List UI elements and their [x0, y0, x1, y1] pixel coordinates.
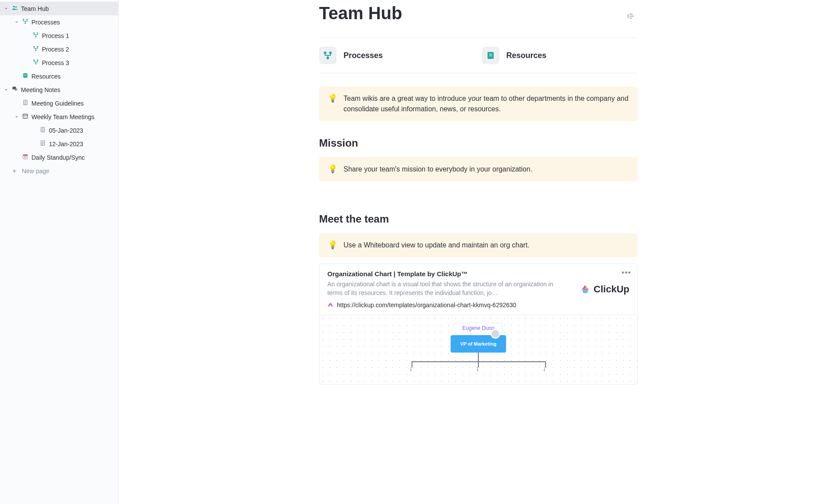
toc-button[interactable]	[625, 10, 638, 24]
new-page-label: New page	[22, 168, 49, 175]
link-card-menu[interactable]: •••	[622, 268, 631, 278]
chevron-down-icon	[14, 114, 19, 120]
sidebar-item-label: Daily Standup/Sync	[31, 154, 115, 161]
clickup-mark-icon	[580, 284, 591, 295]
workflow-icon	[22, 18, 29, 26]
book-icon	[485, 50, 496, 61]
people-icon	[11, 4, 18, 13]
chat-icon	[11, 86, 18, 94]
book-icon	[22, 72, 29, 80]
sidebar-item-processes[interactable]: Processes	[0, 15, 118, 29]
arrow-down-icon: ↓	[409, 365, 412, 373]
card-title: Processes	[343, 51, 383, 60]
card-processes[interactable]: Processes	[319, 47, 475, 64]
sidebar-item-label: Process 1	[42, 32, 115, 39]
callout-orgchart: 💡 Use a Whiteboard view to update and ma…	[319, 233, 638, 257]
doc-icon	[22, 99, 29, 107]
workflow-icon	[32, 58, 39, 67]
sidebar-item-label: Process 2	[42, 46, 115, 53]
plus-icon	[11, 168, 17, 174]
sidebar-item-label: Meeting Guidelines	[31, 100, 115, 107]
sidebar-item-meeting-notes[interactable]: Meeting Notes	[0, 83, 118, 96]
heading-mission: Mission	[319, 137, 638, 149]
svg-rect-48	[488, 52, 494, 59]
callout-mission: 💡 Share your team's mission to everybody…	[319, 157, 638, 182]
whiteboard-preview[interactable]: Eugene Dunn VP of Marketing ↓ ↓ ↓	[319, 315, 638, 385]
svg-point-13	[35, 63, 36, 64]
sidebar: Team HubProcessesProcess 1Process 2Proce…	[0, 0, 119, 504]
doc-icon	[39, 140, 46, 148]
svg-point-6	[37, 32, 38, 34]
svg-point-12	[37, 59, 38, 61]
link-card-org-chart[interactable]: Organizational Chart | Template by Click…	[319, 264, 638, 315]
callout-text: Share your team's mission to everybody i…	[343, 164, 532, 175]
svg-point-10	[35, 49, 36, 51]
svg-point-46	[329, 51, 332, 54]
workflow-icon	[32, 31, 39, 40]
bulb-icon: 💡	[328, 164, 337, 175]
org-connector	[478, 353, 479, 361]
sidebar-item-label: Weekly Team Meetings	[31, 113, 115, 120]
sidebar-item-label: Meeting Notes	[21, 86, 115, 93]
calendar-day-icon: 17	[22, 153, 29, 161]
svg-point-26	[24, 117, 24, 118]
sidebar-item-resources[interactable]: Resources	[0, 69, 118, 83]
link-card-title: Organizational Chart | Template by Click…	[327, 270, 569, 278]
svg-rect-14	[23, 73, 27, 78]
svg-point-0	[13, 6, 15, 7]
toc-icon	[627, 12, 635, 20]
callout-text: Team wikis are a great way to introduce …	[343, 93, 629, 114]
card-resources[interactable]: Resources	[482, 47, 638, 64]
cards-row: Processes Resources	[319, 38, 638, 73]
chevron-down-icon	[3, 87, 9, 93]
sidebar-item-meeting-guidelines[interactable]: Meeting Guidelines	[0, 96, 118, 110]
svg-point-24	[25, 116, 25, 117]
page-title: Team Hub	[319, 3, 402, 23]
svg-point-5	[33, 32, 34, 34]
svg-text:17: 17	[24, 156, 27, 158]
card-title: Resources	[506, 51, 546, 60]
sidebar-item-label: 05-Jan-2023	[49, 127, 115, 134]
svg-point-4	[24, 22, 26, 24]
sidebar-item-05-jan-2023[interactable]: 05-Jan-2023	[0, 123, 118, 137]
svg-point-8	[33, 46, 34, 47]
card-icon-box	[482, 47, 499, 64]
link-card-url: https://clickup.com/templates/organizati…	[337, 302, 516, 309]
svg-rect-37	[23, 154, 28, 156]
clickup-brand: ClickUp	[594, 284, 629, 295]
sidebar-item-label: Team Hub	[21, 5, 115, 12]
svg-point-11	[33, 59, 34, 61]
workflow-icon	[323, 50, 333, 61]
callout-text: Use a Whiteboard view to update and main…	[343, 240, 529, 250]
callout-intro: 💡 Team wikis are a great way to introduc…	[319, 86, 638, 121]
doc-icon	[39, 126, 46, 134]
svg-point-45	[324, 51, 326, 54]
arrow-down-icon: ↓	[476, 365, 479, 373]
sidebar-item-12-jan-2023[interactable]: 12-Jan-2023	[0, 137, 118, 151]
svg-point-9	[37, 46, 38, 47]
svg-point-2	[23, 19, 24, 20]
new-page-button[interactable]: New page	[0, 164, 118, 178]
link-card-desc: An organizational chart is a visual tool…	[327, 280, 569, 297]
sidebar-item-team-hub[interactable]: Team Hub	[0, 2, 118, 15]
svg-point-23	[24, 116, 24, 117]
svg-point-25	[26, 116, 27, 117]
chevron-down-icon	[14, 20, 19, 25]
svg-point-47	[326, 57, 329, 59]
calendar-grid-icon	[22, 113, 29, 121]
sidebar-item-label: Processes	[31, 19, 115, 26]
sidebar-item-daily-standup-sync[interactable]: 17Daily Standup/Sync	[0, 151, 118, 164]
svg-point-27	[25, 117, 25, 118]
bulb-icon: 💡	[328, 93, 337, 114]
sidebar-item-label: Resources	[31, 73, 115, 80]
chevron-down-icon	[3, 6, 9, 11]
sidebar-item-process-2[interactable]: Process 2	[0, 42, 118, 56]
arrow-down-icon: ↓	[543, 365, 546, 373]
sidebar-item-process-3[interactable]: Process 3	[0, 56, 118, 69]
sidebar-item-process-1[interactable]: Process 1	[0, 29, 118, 42]
sidebar-item-weekly-team-meetings[interactable]: Weekly Team Meetings	[0, 110, 118, 123]
sidebar-item-label: Process 3	[42, 59, 115, 66]
svg-point-1	[15, 6, 17, 7]
svg-point-3	[26, 19, 27, 20]
workflow-icon	[32, 45, 39, 53]
